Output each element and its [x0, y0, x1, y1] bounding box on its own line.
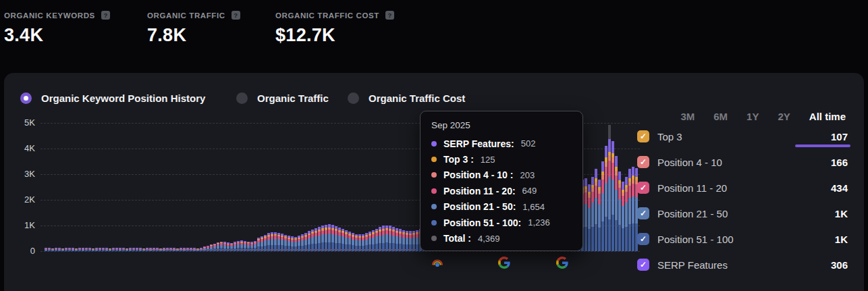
- legend-row-top-3[interactable]: ✓Top 3107: [637, 124, 848, 149]
- stacked-bar[interactable]: [65, 248, 67, 251]
- stacked-bar[interactable]: [180, 248, 182, 251]
- google-icon[interactable]: [556, 257, 568, 269]
- stacked-bar[interactable]: [399, 229, 402, 251]
- stacked-bar[interactable]: [237, 241, 240, 251]
- stacked-bar[interactable]: [45, 248, 47, 251]
- stacked-bar[interactable]: [156, 248, 159, 251]
- stacked-bar[interactable]: [274, 232, 277, 251]
- stacked-bar[interactable]: [257, 238, 260, 251]
- stacked-bar[interactable]: [321, 226, 324, 251]
- checkbox-checked-icon[interactable]: ✓: [637, 233, 649, 245]
- tab-3m[interactable]: 3M: [680, 111, 695, 122]
- stacked-bar[interactable]: [173, 248, 175, 251]
- stacked-bar[interactable]: [365, 233, 368, 251]
- stacked-bar[interactable]: [385, 226, 388, 251]
- stacked-bar[interactable]: [230, 243, 233, 252]
- radio-organic-traffic[interactable]: Organic Traffic: [236, 92, 329, 104]
- stacked-bar[interactable]: [608, 139, 611, 251]
- stacked-bar[interactable]: [234, 242, 236, 251]
- stacked-bar[interactable]: [406, 231, 408, 251]
- stacked-bar[interactable]: [342, 229, 344, 251]
- stacked-bar[interactable]: [72, 248, 74, 251]
- stacked-bar[interactable]: [139, 248, 142, 251]
- stacked-bar[interactable]: [213, 244, 216, 251]
- stacked-bar[interactable]: [95, 248, 98, 251]
- stacked-bar[interactable]: [277, 233, 280, 251]
- stacked-bar[interactable]: [190, 248, 192, 251]
- stacked-bar[interactable]: [227, 242, 229, 251]
- stacked-bar[interactable]: [612, 141, 614, 251]
- stacked-bar[interactable]: [68, 248, 71, 251]
- stacked-bar[interactable]: [315, 228, 317, 251]
- stacked-bar[interactable]: [416, 230, 418, 251]
- stacked-bar[interactable]: [193, 248, 196, 251]
- radio-organic-keyword-position-history[interactable]: Organic Keyword Position History: [20, 92, 205, 104]
- stacked-bar[interactable]: [159, 248, 162, 251]
- question-mark-icon[interactable]: ?: [232, 11, 240, 20]
- stacked-bar[interactable]: [352, 233, 354, 251]
- stacked-bar[interactable]: [618, 171, 621, 251]
- stacked-bar[interactable]: [301, 234, 304, 251]
- stacked-bar[interactable]: [169, 248, 172, 251]
- stacked-bar[interactable]: [291, 236, 294, 251]
- stacked-bar[interactable]: [318, 227, 321, 251]
- stacked-bar[interactable]: [311, 230, 314, 251]
- stacked-bar[interactable]: [362, 234, 364, 251]
- stacked-bar[interactable]: [392, 227, 395, 251]
- stacked-bar[interactable]: [267, 233, 270, 251]
- stacked-bar[interactable]: [119, 248, 121, 251]
- stacked-bar[interactable]: [304, 233, 307, 251]
- stacked-bar[interactable]: [358, 234, 361, 251]
- stacked-bar[interactable]: [115, 248, 118, 251]
- stacked-bar[interactable]: [588, 184, 591, 251]
- checkbox-checked-icon[interactable]: ✓: [637, 207, 649, 219]
- stacked-bar[interactable]: [298, 236, 300, 251]
- legend-row-serp-features[interactable]: ✓SERP Features306: [637, 252, 848, 277]
- stacked-bar[interactable]: [48, 248, 51, 251]
- legend-row-position-51-100[interactable]: ✓Position 51 - 1001K: [637, 226, 848, 252]
- stacked-bar[interactable]: [402, 230, 405, 251]
- stacked-bar[interactable]: [207, 246, 209, 251]
- stacked-bar[interactable]: [348, 232, 351, 251]
- tab-2y[interactable]: 2Y: [778, 111, 790, 122]
- stacked-bar[interactable]: [254, 241, 256, 251]
- stacked-bar[interactable]: [396, 228, 398, 251]
- stacked-bar[interactable]: [88, 248, 91, 251]
- stacked-bar[interactable]: [389, 226, 391, 251]
- stacked-bar[interactable]: [186, 248, 189, 251]
- stacked-bar[interactable]: [335, 226, 337, 251]
- stacked-bar[interactable]: [176, 248, 179, 251]
- stacked-bar[interactable]: [409, 231, 412, 251]
- stacked-bar[interactable]: [146, 248, 148, 251]
- stacked-bar[interactable]: [412, 231, 415, 251]
- question-mark-icon[interactable]: ?: [385, 11, 394, 20]
- legend-row-position-21-50[interactable]: ✓Position 21 - 501K: [637, 201, 848, 226]
- stacked-bar[interactable]: [244, 241, 246, 251]
- stacked-bar[interactable]: [379, 227, 381, 251]
- stacked-bar[interactable]: [284, 235, 287, 251]
- stacked-bar[interactable]: [595, 169, 597, 251]
- checkbox-checked-icon[interactable]: ✓: [637, 259, 649, 271]
- question-mark-icon[interactable]: ?: [101, 11, 110, 20]
- stacked-bar[interactable]: [78, 248, 81, 251]
- stacked-bar[interactable]: [598, 180, 601, 251]
- stacked-bar[interactable]: [163, 248, 165, 251]
- stacked-bar[interactable]: [622, 182, 624, 251]
- stacked-bar[interactable]: [142, 248, 145, 251]
- legend-row-position-4-10[interactable]: ✓Position 4 - 10166: [637, 149, 848, 175]
- stacked-bar[interactable]: [75, 248, 78, 251]
- checkbox-checked-icon[interactable]: ✓: [637, 156, 649, 168]
- stacked-bar[interactable]: [615, 156, 618, 251]
- stacked-bar[interactable]: [149, 248, 152, 251]
- stacked-bar[interactable]: [605, 146, 607, 251]
- stacked-bar[interactable]: [109, 248, 111, 251]
- stacked-bar[interactable]: [166, 248, 169, 251]
- stacked-bar[interactable]: [126, 248, 128, 251]
- stacked-bar[interactable]: [294, 237, 297, 251]
- stacked-bar[interactable]: [247, 242, 250, 251]
- stacked-bar[interactable]: [372, 230, 375, 251]
- stacked-bar[interactable]: [328, 224, 331, 251]
- stacked-bar[interactable]: [325, 225, 327, 251]
- legend-row-position-11-20[interactable]: ✓Position 11 - 20434: [637, 175, 848, 201]
- stacked-bar[interactable]: [85, 248, 88, 251]
